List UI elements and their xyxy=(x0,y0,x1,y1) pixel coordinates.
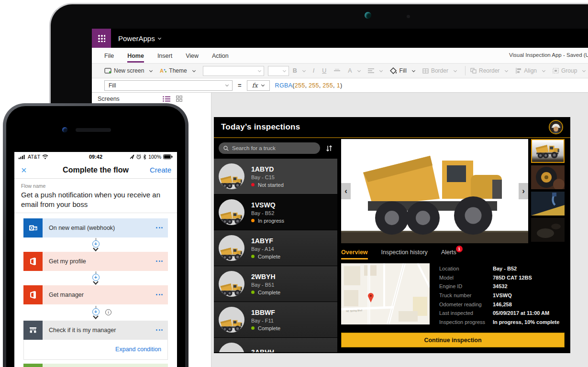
sort-icon[interactable] xyxy=(326,145,333,152)
truck-row-2wbyh[interactable]: 2WBYH Bay - B51 Complete xyxy=(214,266,337,302)
add-step-button[interactable] xyxy=(92,308,100,315)
menu-view[interactable]: View xyxy=(186,48,199,63)
tab-alerts[interactable]: Alerts 1 xyxy=(441,249,456,259)
formula-input[interactable]: RGBA(255, 255, 255, 1) xyxy=(275,82,343,89)
field-value: 05/09/2017 at 11:00 AM xyxy=(493,310,549,316)
align-text-icon xyxy=(368,68,374,73)
menu-insert[interactable]: Insert xyxy=(157,48,172,63)
laptop-webcam-icon xyxy=(365,12,371,19)
fx-button[interactable]: fx xyxy=(247,80,270,91)
continue-inspection-button[interactable]: Continue inspection xyxy=(341,333,565,347)
field-label: Last inspected xyxy=(439,310,493,316)
more-options-icon[interactable] xyxy=(156,227,163,228)
overview-content: NE Spring Blvd LocationBay - B52 Model78… xyxy=(341,263,565,326)
formula-comma: , xyxy=(305,82,309,89)
more-options-icon[interactable] xyxy=(156,294,163,295)
office-waffle-button[interactable] xyxy=(92,29,111,48)
search-input[interactable]: Search for a truck xyxy=(219,142,320,154)
flow-name-label: Flow name xyxy=(21,183,170,189)
thumbnail-dark-part[interactable] xyxy=(531,218,565,242)
carrier-label: AT&T xyxy=(28,154,40,160)
menu-file[interactable]: File xyxy=(104,48,114,63)
property-select[interactable]: Fill xyxy=(104,80,233,91)
fill-label: Fill xyxy=(399,67,407,74)
gallery-prev-button[interactable]: ‹ xyxy=(341,183,351,199)
expand-condition-link[interactable]: Expand condition xyxy=(115,346,161,353)
add-step-button[interactable] xyxy=(92,240,100,248)
field-label: Inspection progress xyxy=(439,319,493,325)
align-button[interactable]: Align xyxy=(515,67,545,74)
theme-button[interactable]: A Theme xyxy=(160,67,195,74)
screens-panel-title: Screens xyxy=(98,96,120,102)
italic-icon: I xyxy=(313,67,314,74)
waffle-icon xyxy=(98,34,105,42)
close-icon[interactable]: × xyxy=(21,165,27,175)
flow-step-get-manager[interactable]: Get manager xyxy=(23,285,168,304)
menu-home[interactable]: Home xyxy=(127,48,144,63)
truck-row-1abyd[interactable]: 1ABYD Bay - C15 Not started xyxy=(214,158,337,194)
create-button[interactable]: Create xyxy=(150,166,171,174)
truck-row-1vswq[interactable]: 1VSWQ Bay - B52 In progress xyxy=(214,194,337,230)
truck-bay: Bay - B51 xyxy=(251,282,280,288)
phone-camera-icon xyxy=(62,127,67,132)
bold-button[interactable]: B xyxy=(293,67,305,74)
font-size-select[interactable] xyxy=(268,66,289,76)
reorder-label: Reorder xyxy=(479,67,499,74)
reorder-button[interactable]: Reorder xyxy=(470,67,508,74)
bold-icon: B xyxy=(293,67,297,74)
more-options-icon[interactable] xyxy=(156,260,163,262)
flow-name-input[interactable]: Get a push notification when you receive… xyxy=(21,190,169,209)
truck-avatar xyxy=(219,199,244,225)
info-icon[interactable] xyxy=(105,309,111,315)
thumbnail-wheel[interactable] xyxy=(531,165,565,189)
text-align-button[interactable] xyxy=(368,68,382,73)
tab-overview[interactable]: Overview xyxy=(341,249,368,259)
font-color-button[interactable]: A xyxy=(348,67,360,74)
more-options-icon[interactable] xyxy=(156,329,163,331)
field-value: 34532 xyxy=(493,283,508,289)
tab-alerts-label: Alerts xyxy=(441,249,456,256)
font-family-select[interactable] xyxy=(203,66,264,76)
condition-body: Expand condition xyxy=(23,340,168,360)
fill-button[interactable]: Fill xyxy=(390,67,415,74)
strikethrough-button[interactable] xyxy=(334,69,340,73)
flow-step-get-my-profile[interactable]: Get my profile xyxy=(23,252,168,271)
grid-view-icon[interactable] xyxy=(176,96,182,102)
group-icon xyxy=(553,68,559,74)
new-screen-button[interactable]: New screen xyxy=(104,67,152,74)
truck-status: Complete xyxy=(258,325,280,331)
truck-row-1bbwf[interactable]: 1BBWF Bay - F11 Complete xyxy=(214,302,337,337)
underline-button[interactable]: U xyxy=(322,67,326,74)
new-screen-label: New screen xyxy=(114,67,144,74)
arrow-down-icon xyxy=(93,281,99,285)
thumbnail-part[interactable] xyxy=(531,192,565,216)
thumbnail-strip xyxy=(531,139,565,243)
truck-row-1abyf[interactable]: 1ABYF Bay - A14 Complete xyxy=(214,230,337,266)
cellular-signal-icon xyxy=(19,154,26,159)
field-label: Location xyxy=(439,266,493,271)
fx-icon: fx xyxy=(252,82,258,89)
thumbnail-truck-selected[interactable] xyxy=(531,139,565,163)
flow-step-next-partial[interactable] xyxy=(23,364,168,367)
border-button[interactable]: Border xyxy=(422,67,456,74)
list-view-icon[interactable] xyxy=(163,96,170,102)
tab-inspection-history[interactable]: Inspection history xyxy=(381,249,428,259)
truck-row-3abhh[interactable]: 3ABHH Bay - B09 xyxy=(214,337,337,352)
chevron-down-icon xyxy=(357,68,361,72)
truck-name: 1BBWF xyxy=(251,309,280,316)
status-dot-green xyxy=(251,291,255,294)
group-button[interactable]: Group xyxy=(553,67,585,74)
gallery-next-button[interactable]: › xyxy=(519,183,528,199)
flow-step-on-new-email[interactable]: On new email (webhook) xyxy=(23,218,168,237)
italic-button[interactable]: I xyxy=(313,67,314,74)
user-avatar[interactable] xyxy=(549,120,563,134)
border-label: Border xyxy=(431,67,448,74)
menu-action[interactable]: Action xyxy=(212,48,229,63)
chevron-down-icon xyxy=(261,83,265,86)
powerapps-app-menu[interactable]: PowerApps xyxy=(118,34,161,43)
chevron-down-icon xyxy=(412,68,415,72)
ribbon-divider xyxy=(465,66,466,76)
add-step-button[interactable] xyxy=(92,274,100,281)
flow-step-condition[interactable]: Check if it is my manager xyxy=(23,321,168,340)
location-map[interactable]: NE Spring Blvd xyxy=(341,263,430,324)
